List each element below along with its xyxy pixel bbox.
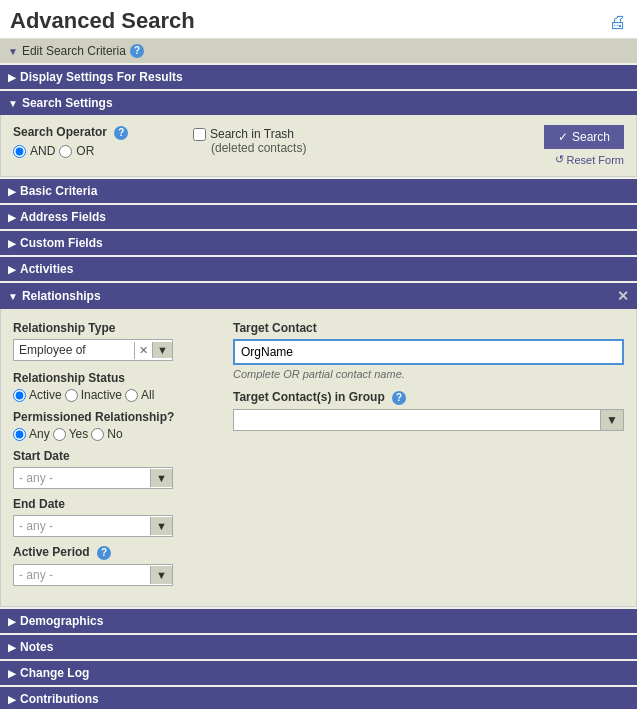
- arrow-icon: ▶: [8, 616, 16, 627]
- permissioned-radio-group: Any Yes No: [13, 427, 213, 441]
- display-settings-section: ▶ Display Settings For Results: [0, 65, 637, 89]
- permissioned-label: Permissioned Relationship?: [13, 410, 213, 424]
- relationships-row: Relationship Type Employee of ✕ ▼ Relati…: [13, 321, 624, 594]
- print-icon[interactable]: 🖨: [609, 12, 627, 33]
- arrow-icon: ▶: [8, 238, 16, 249]
- relationships-label: Relationships: [22, 289, 101, 303]
- active-period-help-icon[interactable]: ?: [97, 546, 111, 560]
- custom-fields-section: ▶ Custom Fields: [0, 231, 637, 255]
- edit-search-help-icon[interactable]: ?: [130, 44, 144, 58]
- rel-status-label: Relationship Status: [13, 371, 213, 385]
- arrow-icon: ▶: [8, 212, 16, 223]
- reset-form-link[interactable]: ↺ Reset Form: [555, 153, 624, 166]
- contributions-label: Contributions: [20, 692, 99, 706]
- search-in-trash-checkbox[interactable]: [193, 128, 206, 141]
- search-settings-label: Search Settings: [22, 96, 113, 110]
- and-radio[interactable]: [13, 145, 26, 158]
- basic-criteria-label: Basic Criteria: [20, 184, 97, 198]
- or-radio[interactable]: [59, 145, 72, 158]
- start-date-label: Start Date: [13, 449, 213, 463]
- basic-criteria-header[interactable]: ▶ Basic Criteria: [0, 179, 637, 203]
- search-settings-body: Search Operator ? AND OR Search in Trash…: [0, 115, 637, 177]
- arrow-icon: ▼: [8, 291, 18, 302]
- arrow-icon: ▶: [8, 642, 16, 653]
- reset-icon: ↺: [555, 153, 564, 166]
- target-contact-label: Target Contact: [233, 321, 624, 335]
- relationships-close-icon[interactable]: ✕: [617, 288, 629, 304]
- target-contact-input[interactable]: [233, 339, 624, 365]
- target-group-dropdown-icon[interactable]: ▼: [600, 410, 623, 430]
- target-group-value: [234, 410, 600, 430]
- yes-radio[interactable]: [53, 428, 66, 441]
- search-operator-label: Search Operator ?: [13, 125, 173, 140]
- page-title: Advanced Search: [10, 8, 195, 34]
- any-radio[interactable]: [13, 428, 26, 441]
- address-fields-header[interactable]: ▶ Address Fields: [0, 205, 637, 229]
- notes-section: ▶ Notes: [0, 635, 637, 659]
- target-group-select[interactable]: ▼: [233, 409, 624, 431]
- rel-type-label: Relationship Type: [13, 321, 213, 335]
- contributions-header[interactable]: ▶ Contributions: [0, 687, 637, 709]
- no-label: No: [107, 427, 122, 441]
- all-radio[interactable]: [125, 389, 138, 402]
- notes-header[interactable]: ▶ Notes: [0, 635, 637, 659]
- inactive-radio[interactable]: [65, 389, 78, 402]
- active-period-label: Active Period ?: [13, 545, 213, 560]
- search-button[interactable]: ✓ Search: [544, 125, 624, 149]
- deleted-contacts-label: (deleted contacts): [211, 141, 373, 155]
- search-operator-col: Search Operator ? AND OR: [13, 125, 173, 158]
- any-label: Any: [29, 427, 50, 441]
- edit-search-section: ▼ Edit Search Criteria ?: [0, 39, 637, 63]
- start-date-select[interactable]: - any - ▼: [13, 467, 173, 489]
- change-log-header[interactable]: ▶ Change Log: [0, 661, 637, 685]
- custom-fields-header[interactable]: ▶ Custom Fields: [0, 231, 637, 255]
- end-date-dropdown-icon[interactable]: ▼: [150, 517, 172, 535]
- search-trash-col: Search in Trash (deleted contacts): [193, 125, 373, 155]
- search-in-trash-label: Search in Trash: [210, 127, 294, 141]
- end-date-select[interactable]: - any - ▼: [13, 515, 173, 537]
- demographics-section: ▶ Demographics: [0, 609, 637, 633]
- active-period-dropdown-icon[interactable]: ▼: [150, 566, 172, 584]
- rel-left-col: Relationship Type Employee of ✕ ▼ Relati…: [13, 321, 213, 594]
- search-in-trash-row: Search in Trash: [193, 127, 373, 141]
- page-header: Advanced Search 🖨: [0, 0, 637, 39]
- relationships-section: ▼ Relationships ✕ Relationship Type Empl…: [0, 283, 637, 607]
- activities-section: ▶ Activities: [0, 257, 637, 281]
- active-label: Active: [29, 388, 62, 402]
- contributions-section: ▶ Contributions: [0, 687, 637, 709]
- rel-type-select[interactable]: Employee of ✕ ▼: [13, 339, 173, 361]
- display-settings-header[interactable]: ▶ Display Settings For Results: [0, 65, 637, 89]
- change-log-section: ▶ Change Log: [0, 661, 637, 685]
- basic-criteria-section: ▶ Basic Criteria: [0, 179, 637, 203]
- activities-header[interactable]: ▶ Activities: [0, 257, 637, 281]
- active-period-select[interactable]: - any - ▼: [13, 564, 173, 586]
- rel-type-clear-icon[interactable]: ✕: [134, 342, 152, 359]
- checkmark-icon: ✓: [558, 130, 568, 144]
- custom-fields-label: Custom Fields: [20, 236, 103, 250]
- rel-right-col: Target Contact Complete OR partial conta…: [233, 321, 624, 594]
- address-fields-label: Address Fields: [20, 210, 106, 224]
- relationships-header[interactable]: ▼ Relationships ✕: [0, 283, 637, 309]
- no-radio[interactable]: [91, 428, 104, 441]
- arrow-icon: ▶: [8, 264, 16, 275]
- end-date-value: - any -: [14, 516, 150, 536]
- notes-label: Notes: [20, 640, 53, 654]
- rel-type-dropdown-icon[interactable]: ▼: [152, 342, 172, 358]
- or-label: OR: [76, 144, 94, 158]
- arrow-icon: ▼: [8, 98, 18, 109]
- search-settings-header[interactable]: ▼ Search Settings: [0, 91, 637, 115]
- target-group-label: Target Contact(s) in Group ?: [233, 390, 624, 405]
- operator-help-icon[interactable]: ?: [114, 126, 128, 140]
- inactive-label: Inactive: [81, 388, 122, 402]
- arrow-icon: ▶: [8, 72, 16, 83]
- edit-search-header[interactable]: ▼ Edit Search Criteria ?: [0, 39, 637, 63]
- arrow-icon: ▶: [8, 694, 16, 705]
- demographics-header[interactable]: ▶ Demographics: [0, 609, 637, 633]
- active-radio[interactable]: [13, 389, 26, 402]
- address-fields-section: ▶ Address Fields: [0, 205, 637, 229]
- arrow-icon: ▶: [8, 186, 16, 197]
- target-group-help-icon[interactable]: ?: [392, 391, 406, 405]
- search-settings-section: ▼ Search Settings Search Operator ? AND …: [0, 91, 637, 177]
- start-date-dropdown-icon[interactable]: ▼: [150, 469, 172, 487]
- change-log-label: Change Log: [20, 666, 89, 680]
